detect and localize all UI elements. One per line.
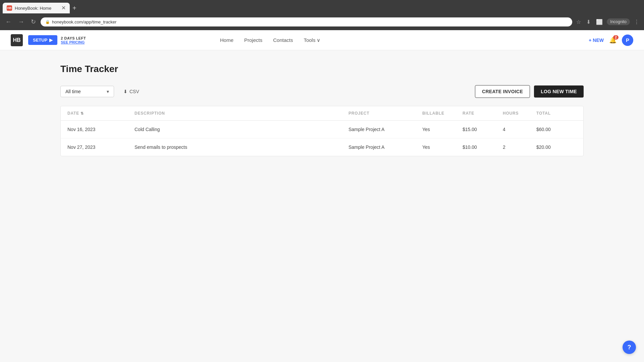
menu-button[interactable]: ⋮ [633, 17, 641, 26]
log-new-time-button[interactable]: LOG NEW TIME [534, 85, 584, 98]
incognito-badge: Incognito [607, 18, 630, 25]
toolbar: All time ▾ ⬇ CSV CREATE INVOICE LOG NEW … [60, 85, 584, 98]
cell-billable-2: Yes [422, 144, 463, 150]
lock-icon: 🔒 [45, 20, 50, 24]
app-logo: HB [11, 34, 23, 46]
app-header: HB SETUP ▶ 2 DAYS LEFT SEE PRICING Home … [0, 30, 644, 50]
cell-description-1: Cold Calling [135, 127, 348, 132]
header-right: + NEW 🔔 2 P [589, 35, 633, 46]
table-row: Nov 16, 2023 Cold Calling Sample Project… [61, 121, 583, 138]
extension-button[interactable]: ⬜ [595, 17, 604, 26]
nav-contacts[interactable]: Contacts [273, 37, 293, 43]
col-header-billable: BILLABLE [422, 111, 463, 116]
tools-chevron-icon: ∨ [317, 37, 320, 43]
cell-date-2: Nov 27, 2023 [67, 144, 135, 150]
avatar-button[interactable]: P [622, 35, 633, 46]
page-content: Time Tracker All time ▾ ⬇ CSV CREATE INV… [0, 50, 644, 170]
new-button[interactable]: + NEW [589, 38, 604, 43]
download-csv-icon: ⬇ [123, 89, 127, 94]
active-tab[interactable]: HB HoneyBook: Home ✕ [3, 3, 70, 13]
nav-tools[interactable]: Tools ∨ [304, 37, 320, 43]
tab-favicon: HB [7, 5, 12, 11]
nav-home[interactable]: Home [220, 37, 233, 43]
bookmark-button[interactable]: ☆ [575, 17, 582, 26]
logo-icon: HB [11, 34, 23, 46]
cell-total-2: $20.00 [536, 144, 577, 150]
new-tab-button[interactable]: + [70, 3, 79, 13]
col-header-hours: HOURS [503, 111, 536, 116]
notification-badge: 2 [613, 35, 619, 40]
cell-date-1: Nov 16, 2023 [67, 127, 135, 132]
address-bar[interactable]: 🔒 honeybook.com/app/time_tracker [41, 17, 572, 26]
notification-button[interactable]: 🔔 2 [609, 37, 616, 44]
tab-bar: HB HoneyBook: Home ✕ + [0, 0, 644, 13]
nav-tools-label: Tools [304, 37, 315, 43]
setup-arrow-icon: ▶ [49, 38, 53, 43]
tab-close-button[interactable]: ✕ [61, 5, 66, 11]
csv-button[interactable]: ⬇ CSV [121, 86, 142, 97]
col-header-project: PROJECT [348, 111, 422, 116]
cell-project-2: Sample Project A [348, 144, 422, 150]
browser-toolbar: ← → ↻ 🔒 honeybook.com/app/time_tracker ☆… [0, 13, 644, 30]
create-invoice-button[interactable]: CREATE INVOICE [475, 85, 530, 98]
back-button[interactable]: ← [3, 17, 13, 27]
app-wrapper: HB SETUP ▶ 2 DAYS LEFT SEE PRICING Home … [0, 30, 644, 362]
tab-title: HoneyBook: Home [15, 6, 59, 11]
cell-rate-2: $10.00 [463, 144, 503, 150]
table-row: Nov 27, 2023 Send emails to prospects Sa… [61, 138, 583, 156]
download-button[interactable]: ⬇ [585, 17, 592, 26]
nav-projects[interactable]: Projects [244, 37, 262, 43]
url-text: honeybook.com/app/time_tracker [52, 19, 116, 24]
forward-button[interactable]: → [16, 17, 26, 27]
filter-value: All time [65, 89, 81, 94]
page-title: Time Tracker [60, 64, 584, 74]
col-header-rate: RATE [463, 111, 503, 116]
help-button[interactable]: ? [623, 341, 636, 354]
table-header: DATE ⇅ DESCRIPTION PROJECT BILLABLE RATE… [61, 106, 583, 121]
see-pricing-link[interactable]: SEE PRICING [61, 40, 86, 44]
col-header-date: DATE ⇅ [67, 111, 135, 116]
browser-toolbar-actions: ☆ ⬇ ⬜ Incognito ⋮ [575, 17, 641, 26]
time-tracker-table: DATE ⇅ DESCRIPTION PROJECT BILLABLE RATE… [60, 106, 584, 156]
col-header-description: DESCRIPTION [135, 111, 348, 116]
setup-label: SETUP [33, 38, 47, 43]
cell-project-1: Sample Project A [348, 127, 422, 132]
date-sort-icon[interactable]: ⇅ [80, 111, 84, 116]
main-nav: Home Projects Contacts Tools ∨ [220, 37, 320, 43]
cell-description-2: Send emails to prospects [135, 144, 348, 150]
cell-hours-1: 4 [503, 127, 536, 132]
filter-dropdown[interactable]: All time ▾ [60, 86, 114, 97]
setup-button[interactable]: SETUP ▶ [28, 35, 57, 45]
cell-rate-1: $15.00 [463, 127, 503, 132]
cell-total-1: $60.00 [536, 127, 577, 132]
cell-hours-2: 2 [503, 144, 536, 150]
csv-label: CSV [129, 89, 139, 94]
toolbar-right: CREATE INVOICE LOG NEW TIME [475, 85, 584, 98]
setup-info: 2 DAYS LEFT SEE PRICING [61, 36, 86, 44]
browser-chrome: HB HoneyBook: Home ✕ + ← → ↻ 🔒 honeybook… [0, 0, 644, 30]
filter-chevron-icon: ▾ [107, 89, 109, 94]
cell-billable-1: Yes [422, 127, 463, 132]
setup-days-label: 2 DAYS LEFT [61, 36, 86, 40]
col-header-total: TOTAL [536, 111, 577, 116]
refresh-button[interactable]: ↻ [29, 17, 38, 27]
